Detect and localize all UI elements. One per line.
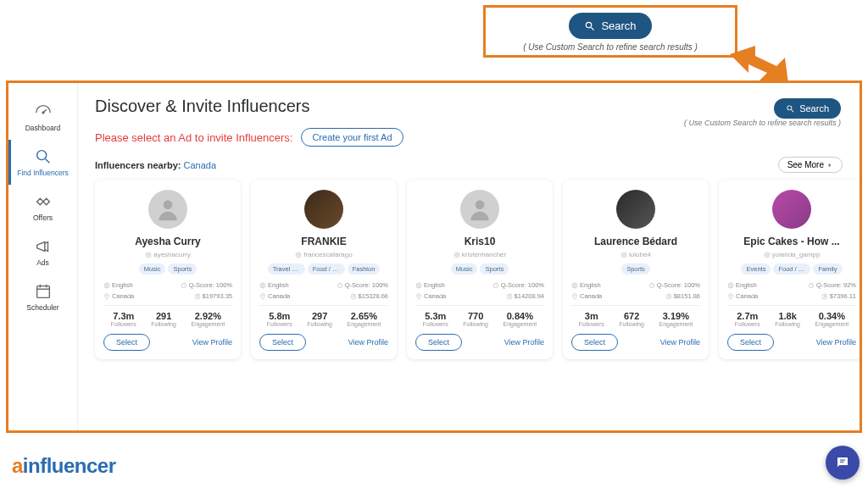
influencer-handle[interactable]: francescafarago (259, 251, 388, 258)
select-button[interactable]: Select (415, 334, 462, 351)
influencer-name: Ayesha Curry (103, 236, 232, 247)
sidebar-item-find-influencers[interactable]: Find Influencers (8, 140, 77, 185)
megaphone-icon (34, 237, 53, 256)
tag[interactable]: Sports (480, 263, 509, 274)
svg-point-24 (262, 295, 263, 296)
engagement-value: 0.84% (503, 311, 537, 321)
search-button[interactable]: Search (774, 98, 841, 119)
tag[interactable]: Events (741, 263, 771, 274)
tag[interactable]: Fashion (348, 263, 381, 274)
tag[interactable]: Sports (621, 263, 650, 274)
view-profile-link[interactable]: View Profile (348, 338, 388, 347)
select-button[interactable]: Select (259, 334, 306, 351)
page-title: Discover & Invite Influencers (95, 97, 843, 116)
tag[interactable]: Family (813, 263, 842, 274)
tag[interactable]: Travel / ... (268, 263, 305, 274)
avatar[interactable] (304, 190, 343, 229)
tag[interactable]: Sports (168, 263, 197, 274)
influencer-name: Epic Cakes - How ... (727, 236, 856, 247)
sidebar-item-label: Ads (36, 258, 49, 267)
svg-point-11 (150, 253, 151, 254)
create-ad-button[interactable]: Create your first Ad (301, 128, 403, 147)
view-profile-link[interactable]: View Profile (504, 338, 544, 347)
influencer-handle[interactable]: ayeshacurry (103, 251, 232, 258)
info-row: Canada$ $19793.35 (103, 292, 232, 300)
tag[interactable]: Food / Di... (308, 263, 345, 274)
svg-point-15 (106, 295, 107, 296)
stats: 7.3mFollowers291Following2.92%Engagement (103, 311, 232, 327)
dashboard-icon (34, 103, 53, 121)
logo: ainfluencer (12, 454, 116, 478)
sidebar-item-ads[interactable]: Ads (8, 230, 77, 274)
svg-point-47 (765, 253, 768, 256)
svg-point-38 (623, 253, 626, 256)
influencer-name: Laurence Bédard (571, 236, 700, 247)
tag[interactable]: Music (451, 263, 478, 274)
influencer-handle[interactable]: yolanda_gampp (727, 251, 856, 258)
handshake-icon (34, 192, 53, 211)
avatar[interactable] (460, 190, 499, 229)
engagement-value: 3.19% (659, 311, 693, 321)
prompt-row: Please select an Ad to invite Influencer… (95, 128, 843, 147)
svg-text:$: $ (508, 294, 510, 298)
sidebar-item-scheduler[interactable]: Scheduler (8, 274, 77, 319)
svg-text:$: $ (196, 294, 198, 298)
followers-value: 5.3m (423, 311, 448, 321)
select-button[interactable]: Select (103, 334, 150, 351)
search-label: Search (601, 19, 636, 32)
sidebar-item-label: Dashboard (25, 124, 61, 132)
cards-container: Ayesha CurryayeshacurryMusicSports Engli… (95, 180, 843, 359)
sidebar-item-label: Scheduler (26, 303, 58, 312)
engagement-value: 0.34% (815, 311, 849, 321)
tags: MusicSports (415, 263, 544, 274)
influencer-card: Laurence Bédardlolobe4Sports English Q-S… (563, 180, 709, 359)
svg-point-52 (730, 295, 731, 296)
svg-point-30 (458, 253, 459, 254)
avatar[interactable] (772, 190, 811, 229)
svg-line-51 (811, 284, 812, 285)
main-frame: Dashboard Find Influencers Offers Ads Sc… (6, 80, 862, 433)
stats: 2.7mFollowers1.8kFollowing0.34%Engagemen… (727, 311, 856, 327)
tag[interactable]: Food / Di... (773, 263, 810, 274)
view-profile-link[interactable]: View Profile (660, 338, 700, 347)
svg-point-2 (36, 151, 46, 160)
following-value: 672 (619, 311, 644, 321)
sidebar: Dashboard Find Influencers Offers Ads Sc… (8, 83, 78, 430)
tags: EventsFood / Di...Family (727, 263, 856, 274)
search-button-callout[interactable]: Search (569, 13, 651, 39)
info-row: Canada$ $15328.66 (259, 292, 388, 300)
svg-point-34 (418, 295, 419, 296)
select-button[interactable]: Select (571, 334, 618, 351)
info-row: English Q-Score: 100% (259, 281, 388, 289)
influencer-card: Kris10kristenhancherMusicSports English … (407, 180, 553, 359)
tag[interactable]: Music (139, 263, 166, 274)
info-row: English Q-Score: 100% (103, 281, 232, 289)
select-button[interactable]: Select (727, 334, 774, 351)
sidebar-item-offers[interactable]: Offers (8, 185, 77, 230)
influencer-handle[interactable]: lolobe4 (571, 251, 700, 258)
avatar[interactable] (148, 190, 187, 229)
view-profile-link[interactable]: View Profile (816, 338, 856, 347)
stats: 3mFollowers672Following3.19%Engagement (571, 311, 700, 327)
engagement-value: 2.92% (191, 311, 225, 321)
search-hint: ( Use Custom Search to refine search res… (684, 119, 841, 127)
influencer-handle[interactable]: kristenhancher (415, 251, 544, 258)
callout-box: Search ( Use Custom Search to refine sea… (483, 5, 737, 58)
view-profile-link[interactable]: View Profile (192, 338, 232, 347)
search-label: Search (799, 103, 829, 114)
svg-point-29 (455, 253, 458, 256)
nearby-location[interactable]: Canada (184, 160, 217, 170)
nearby-row: Influencers nearby: Canada See More (95, 157, 843, 173)
chat-fab[interactable] (826, 446, 860, 480)
svg-line-3 (45, 159, 49, 164)
nearby-label: Influencers nearby: Canada (95, 160, 216, 170)
sidebar-item-dashboard[interactable]: Dashboard (8, 95, 77, 140)
influencer-name: FRANKIE (259, 236, 388, 247)
following-value: 1.8k (775, 311, 800, 321)
svg-line-42 (652, 284, 653, 285)
svg-rect-4 (36, 286, 49, 298)
info-row: English Q-Score: 100% (571, 281, 700, 289)
search-icon (34, 147, 53, 166)
see-more-button[interactable]: See More (778, 157, 843, 173)
avatar[interactable] (616, 190, 655, 229)
